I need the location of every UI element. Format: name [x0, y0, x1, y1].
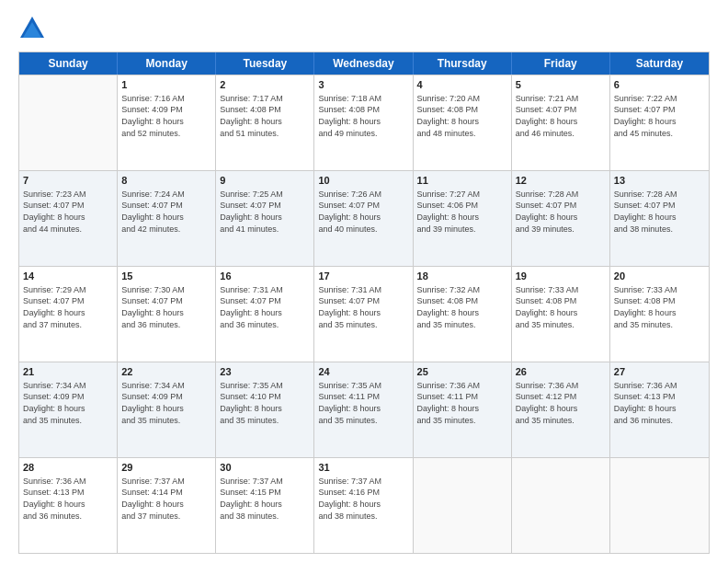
calendar-cell-1-0: 7Sunrise: 7:23 AM Sunset: 4:07 PM Daylig… — [19, 171, 118, 266]
day-number: 16 — [220, 270, 310, 283]
calendar-cell-0-2: 2Sunrise: 7:17 AM Sunset: 4:08 PM Daylig… — [216, 75, 314, 170]
day-info: Sunrise: 7:33 AM Sunset: 4:08 PM Dayligh… — [614, 284, 705, 330]
logo-icon — [18, 15, 46, 42]
day-info: Sunrise: 7:36 AM Sunset: 4:13 PM Dayligh… — [23, 476, 113, 522]
day-info: Sunrise: 7:36 AM Sunset: 4:12 PM Dayligh… — [516, 380, 606, 426]
header — [18, 15, 710, 42]
day-number: 9 — [220, 174, 310, 188]
calendar-cell-2-0: 14Sunrise: 7:29 AM Sunset: 4:07 PM Dayli… — [19, 267, 118, 362]
calendar-row-0: 1Sunrise: 7:16 AM Sunset: 4:09 PM Daylig… — [19, 75, 709, 170]
calendar-cell-2-5: 19Sunrise: 7:33 AM Sunset: 4:08 PM Dayli… — [512, 267, 610, 362]
logo — [18, 15, 50, 42]
calendar-body: 1Sunrise: 7:16 AM Sunset: 4:09 PM Daylig… — [19, 75, 709, 553]
day-info: Sunrise: 7:37 AM Sunset: 4:16 PM Dayligh… — [318, 476, 408, 522]
calendar-cell-2-2: 16Sunrise: 7:31 AM Sunset: 4:07 PM Dayli… — [216, 267, 314, 362]
day-info: Sunrise: 7:17 AM Sunset: 4:08 PM Dayligh… — [220, 93, 310, 139]
day-info: Sunrise: 7:34 AM Sunset: 4:09 PM Dayligh… — [121, 380, 211, 426]
calendar-cell-1-1: 8Sunrise: 7:24 AM Sunset: 4:07 PM Daylig… — [118, 171, 216, 266]
calendar-cell-3-1: 22Sunrise: 7:34 AM Sunset: 4:09 PM Dayli… — [118, 362, 216, 457]
day-number: 11 — [417, 174, 507, 188]
calendar-cell-3-2: 23Sunrise: 7:35 AM Sunset: 4:10 PM Dayli… — [216, 362, 314, 457]
calendar: SundayMondayTuesdayWednesdayThursdayFrid… — [18, 52, 710, 554]
calendar-cell-2-6: 20Sunrise: 7:33 AM Sunset: 4:08 PM Dayli… — [610, 267, 709, 362]
day-number: 5 — [516, 78, 606, 92]
day-info: Sunrise: 7:25 AM Sunset: 4:07 PM Dayligh… — [220, 189, 310, 235]
calendar-cell-0-1: 1Sunrise: 7:16 AM Sunset: 4:09 PM Daylig… — [118, 75, 216, 170]
calendar-cell-0-6: 6Sunrise: 7:22 AM Sunset: 4:07 PM Daylig… — [610, 75, 709, 170]
calendar-cell-3-3: 24Sunrise: 7:35 AM Sunset: 4:11 PM Dayli… — [314, 362, 413, 457]
day-number: 28 — [23, 461, 113, 475]
weekday-header-monday: Monday — [118, 52, 216, 75]
day-number: 13 — [614, 174, 705, 188]
calendar-cell-2-3: 17Sunrise: 7:31 AM Sunset: 4:07 PM Dayli… — [314, 267, 413, 362]
day-info: Sunrise: 7:21 AM Sunset: 4:07 PM Dayligh… — [516, 93, 606, 139]
calendar-cell-1-3: 10Sunrise: 7:26 AM Sunset: 4:07 PM Dayli… — [314, 171, 413, 266]
day-info: Sunrise: 7:24 AM Sunset: 4:07 PM Dayligh… — [121, 189, 211, 235]
day-info: Sunrise: 7:31 AM Sunset: 4:07 PM Dayligh… — [220, 284, 310, 330]
calendar-row-1: 7Sunrise: 7:23 AM Sunset: 4:07 PM Daylig… — [19, 170, 709, 266]
day-number: 10 — [318, 174, 408, 188]
page: SundayMondayTuesdayWednesdayThursdayFrid… — [0, 0, 728, 563]
calendar-cell-0-3: 3Sunrise: 7:18 AM Sunset: 4:08 PM Daylig… — [314, 75, 413, 170]
day-number: 26 — [516, 365, 606, 379]
calendar-cell-1-5: 12Sunrise: 7:28 AM Sunset: 4:07 PM Dayli… — [512, 171, 610, 266]
day-number: 3 — [318, 78, 408, 92]
day-number: 27 — [614, 365, 705, 379]
day-info: Sunrise: 7:32 AM Sunset: 4:08 PM Dayligh… — [417, 284, 507, 330]
day-info: Sunrise: 7:37 AM Sunset: 4:15 PM Dayligh… — [220, 476, 310, 522]
day-number: 18 — [417, 270, 507, 283]
weekday-header-sunday: Sunday — [19, 52, 118, 75]
calendar-cell-4-4 — [414, 458, 512, 553]
calendar-row-2: 14Sunrise: 7:29 AM Sunset: 4:07 PM Dayli… — [19, 266, 709, 362]
day-info: Sunrise: 7:33 AM Sunset: 4:08 PM Dayligh… — [516, 284, 606, 330]
calendar-cell-4-2: 30Sunrise: 7:37 AM Sunset: 4:15 PM Dayli… — [216, 458, 314, 553]
calendar-cell-2-4: 18Sunrise: 7:32 AM Sunset: 4:08 PM Dayli… — [414, 267, 512, 362]
day-info: Sunrise: 7:37 AM Sunset: 4:14 PM Dayligh… — [121, 476, 211, 522]
weekday-header-tuesday: Tuesday — [216, 52, 314, 75]
day-info: Sunrise: 7:29 AM Sunset: 4:07 PM Dayligh… — [23, 284, 113, 330]
day-number: 4 — [417, 78, 507, 92]
day-info: Sunrise: 7:30 AM Sunset: 4:07 PM Dayligh… — [121, 284, 211, 330]
day-number: 2 — [220, 78, 310, 92]
calendar-cell-0-4: 4Sunrise: 7:20 AM Sunset: 4:08 PM Daylig… — [414, 75, 512, 170]
weekday-header-friday: Friday — [512, 52, 610, 75]
calendar-cell-0-5: 5Sunrise: 7:21 AM Sunset: 4:07 PM Daylig… — [512, 75, 610, 170]
weekday-header-saturday: Saturday — [610, 52, 709, 75]
day-info: Sunrise: 7:28 AM Sunset: 4:07 PM Dayligh… — [516, 189, 606, 235]
day-number: 6 — [614, 78, 705, 92]
day-number: 22 — [121, 365, 211, 379]
calendar-cell-1-2: 9Sunrise: 7:25 AM Sunset: 4:07 PM Daylig… — [216, 171, 314, 266]
day-number: 25 — [417, 365, 507, 379]
calendar-cell-3-5: 26Sunrise: 7:36 AM Sunset: 4:12 PM Dayli… — [512, 362, 610, 457]
calendar-header: SundayMondayTuesdayWednesdayThursdayFrid… — [19, 52, 709, 75]
day-number: 24 — [318, 365, 408, 379]
day-info: Sunrise: 7:34 AM Sunset: 4:09 PM Dayligh… — [23, 380, 113, 426]
day-number: 15 — [121, 270, 211, 283]
calendar-cell-2-1: 15Sunrise: 7:30 AM Sunset: 4:07 PM Dayli… — [118, 267, 216, 362]
day-number: 17 — [318, 270, 408, 283]
calendar-cell-4-5 — [512, 458, 610, 553]
day-info: Sunrise: 7:28 AM Sunset: 4:07 PM Dayligh… — [614, 189, 705, 235]
day-number: 12 — [516, 174, 606, 188]
day-info: Sunrise: 7:35 AM Sunset: 4:11 PM Dayligh… — [318, 380, 408, 426]
calendar-cell-3-4: 25Sunrise: 7:36 AM Sunset: 4:11 PM Dayli… — [414, 362, 512, 457]
calendar-cell-4-0: 28Sunrise: 7:36 AM Sunset: 4:13 PM Dayli… — [19, 458, 118, 553]
calendar-cell-1-6: 13Sunrise: 7:28 AM Sunset: 4:07 PM Dayli… — [610, 171, 709, 266]
day-info: Sunrise: 7:20 AM Sunset: 4:08 PM Dayligh… — [417, 93, 507, 139]
calendar-row-4: 28Sunrise: 7:36 AM Sunset: 4:13 PM Dayli… — [19, 457, 709, 553]
day-info: Sunrise: 7:31 AM Sunset: 4:07 PM Dayligh… — [318, 284, 408, 330]
day-info: Sunrise: 7:18 AM Sunset: 4:08 PM Dayligh… — [318, 93, 408, 139]
day-number: 8 — [121, 174, 211, 188]
day-number: 23 — [220, 365, 310, 379]
weekday-header-wednesday: Wednesday — [314, 52, 413, 75]
day-number: 14 — [23, 270, 113, 283]
day-info: Sunrise: 7:27 AM Sunset: 4:06 PM Dayligh… — [417, 189, 507, 235]
calendar-row-3: 21Sunrise: 7:34 AM Sunset: 4:09 PM Dayli… — [19, 362, 709, 457]
day-info: Sunrise: 7:22 AM Sunset: 4:07 PM Dayligh… — [614, 93, 705, 139]
calendar-cell-4-6 — [610, 458, 709, 553]
calendar-cell-3-0: 21Sunrise: 7:34 AM Sunset: 4:09 PM Dayli… — [19, 362, 118, 457]
day-number: 7 — [23, 174, 113, 188]
day-number: 31 — [318, 461, 408, 475]
day-info: Sunrise: 7:36 AM Sunset: 4:11 PM Dayligh… — [417, 380, 507, 426]
day-number: 20 — [614, 270, 705, 283]
